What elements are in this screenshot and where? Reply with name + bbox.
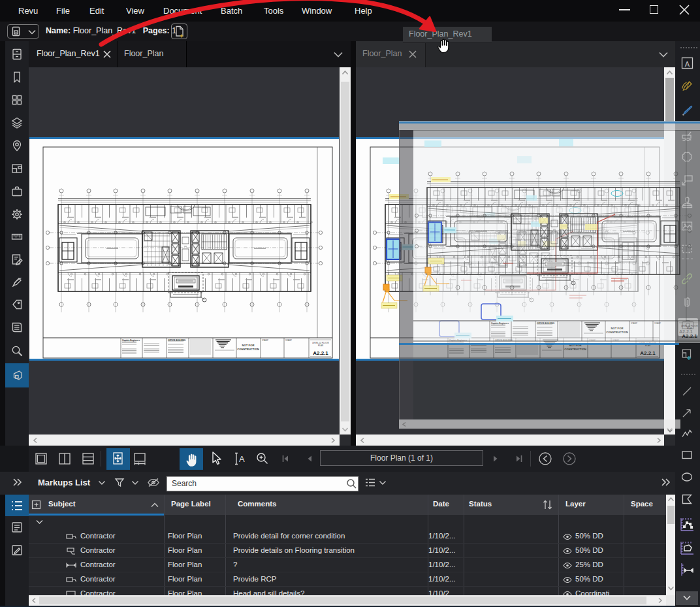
svg-text:A: A [239,454,245,464]
svg-text:A: A [685,60,690,68]
